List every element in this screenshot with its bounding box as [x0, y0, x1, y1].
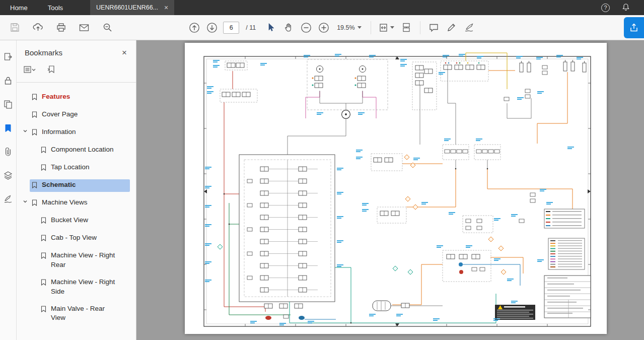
bookmark-body[interactable]: Main Valve - Rear View — [39, 303, 130, 325]
chevron-spacer — [30, 303, 39, 305]
chevron-spacer — [30, 215, 39, 217]
page-down-icon[interactable] — [205, 21, 219, 34]
zoom-level-dropdown[interactable]: 19.5% — [335, 24, 363, 31]
bookmarks-panel: Bookmarks × FeaturesCover PageInformatio… — [17, 40, 136, 340]
document-tab-title: UENR6601UENR66... — [96, 4, 158, 11]
bookmark-item-machine-view-right-rear[interactable]: Machine View - Right Rear — [17, 247, 133, 274]
bookmark-label: Cab - Top View — [51, 233, 97, 243]
chevron-spacer — [30, 144, 39, 146]
bookmark-body[interactable]: Machine Views — [30, 197, 130, 210]
chevron-spacer — [30, 232, 39, 234]
bookmark-item-cover-page[interactable]: Cover Page — [17, 106, 133, 124]
hand-tool-icon[interactable] — [282, 21, 295, 34]
bookmarks-list: FeaturesCover PageInformationComponent L… — [17, 83, 136, 340]
bookmark-label: Machine Views — [42, 198, 88, 208]
bookmark-item-cab-top-view[interactable]: Cab - Top View — [17, 230, 133, 247]
bookmark-label: Bucket View — [51, 216, 88, 225]
bookmarks-panel-icon[interactable] — [4, 123, 13, 132]
zoom-level-label: 19.5% — [337, 24, 354, 31]
tab-close-icon[interactable]: × — [164, 4, 168, 11]
print-icon[interactable] — [54, 21, 67, 34]
page-up-icon[interactable] — [188, 21, 201, 34]
attachments-icon[interactable] — [4, 147, 13, 156]
bookmark-item-component-location[interactable]: Component Location — [17, 142, 133, 159]
bookmark-item-features[interactable]: Features — [17, 89, 133, 106]
bookmark-icon — [32, 198, 38, 208]
bookmark-body[interactable]: Cover Page — [30, 109, 130, 121]
menu-home[interactable]: Home — [0, 0, 38, 15]
scroll-mode-icon[interactable] — [400, 21, 413, 34]
bookmark-body[interactable]: Machine View - Right Rear — [39, 250, 130, 271]
save-icon[interactable] — [8, 21, 21, 34]
bookmark-icon — [41, 145, 47, 155]
signatures-icon[interactable] — [4, 194, 13, 203]
chevron-spacer — [21, 91, 30, 93]
panel-close-icon[interactable]: × — [122, 48, 127, 57]
titlebar: Home Tools UENR6601UENR66... × ? — [0, 0, 644, 15]
bookmark-item-information[interactable]: Information — [17, 124, 133, 142]
bookmark-body[interactable]: Information — [30, 126, 130, 139]
bookmark-item-machine-view-right-side[interactable]: Machine View - Right Side — [17, 274, 133, 301]
bookmark-icon — [41, 278, 47, 288]
layers-icon[interactable] — [4, 171, 13, 180]
organize-pages-icon[interactable] — [4, 100, 13, 109]
bookmark-body[interactable]: Features — [30, 91, 130, 104]
notifications-icon[interactable] — [622, 3, 630, 13]
page-number-input[interactable] — [223, 22, 239, 34]
bookmark-icon — [41, 304, 47, 314]
cloud-upload-icon[interactable] — [31, 21, 44, 34]
bookmark-label: Tap Location — [51, 163, 90, 172]
bookmark-body[interactable]: Machine View - Right Side — [39, 277, 130, 298]
toolbar: / 11 19.5% — [0, 15, 644, 40]
chevron-spacer — [30, 162, 39, 164]
bookmark-icon — [32, 180, 38, 190]
bookmark-label: Cover Page — [42, 110, 78, 119]
comment-icon[interactable] — [427, 21, 441, 34]
bookmark-body[interactable]: Tap Location — [39, 162, 130, 174]
bookmark-icon — [32, 92, 38, 102]
zoom-out-icon[interactable] — [300, 21, 313, 34]
menu-tools[interactable]: Tools — [38, 0, 73, 15]
chevron-down-icon[interactable] — [21, 126, 30, 133]
bookmark-body[interactable]: Bucket View — [39, 215, 130, 227]
bookmark-body[interactable]: Cab - Top View — [39, 232, 130, 245]
bookmark-item-tap-location[interactable]: Tap Location — [17, 159, 133, 177]
bookmark-icon — [41, 216, 47, 226]
select-tool-icon[interactable] — [264, 21, 277, 34]
bookmark-body[interactable]: Schematic — [30, 179, 130, 192]
bookmark-label: Schematic — [42, 180, 76, 190]
bookmark-label: Component Location — [51, 145, 114, 155]
bookmark-body[interactable]: Component Location — [39, 144, 130, 157]
pdf-reader-window: Home Tools UENR6601UENR66... × ? — [0, 0, 644, 340]
email-icon[interactable] — [78, 21, 91, 34]
bookmark-icon — [32, 110, 38, 120]
fit-width-icon[interactable] — [378, 21, 395, 34]
bookmark-label: Features — [42, 92, 70, 102]
chevron-down-icon[interactable] — [21, 197, 30, 204]
fill-sign-icon[interactable] — [463, 21, 476, 34]
chevron-spacer — [21, 109, 30, 111]
bookmark-label: Main Valve - Rear View — [51, 304, 115, 323]
export-tools-icon[interactable] — [4, 52, 13, 61]
bookmark-item-machine-views[interactable]: Machine Views — [17, 194, 133, 212]
help-icon[interactable]: ? — [601, 4, 610, 12]
bookmark-label: Machine View - Right Rear — [51, 251, 115, 270]
pdf-page — [185, 43, 607, 334]
bookmark-icon — [41, 251, 47, 261]
expand-bookmark-icon[interactable] — [47, 65, 56, 76]
bookmark-item-main-valve-rear-view[interactable]: Main Valve - Rear View — [17, 301, 133, 327]
highlight-icon[interactable] — [445, 21, 458, 34]
bookmark-icon — [41, 233, 47, 243]
bookmark-item-bucket-view[interactable]: Bucket View — [17, 212, 133, 230]
bookmark-item-schematic[interactable]: Schematic — [17, 177, 133, 194]
document-tab[interactable]: UENR6601UENR66... × — [90, 0, 174, 15]
zoom-search-icon[interactable] — [101, 21, 114, 34]
panel-options-icon[interactable] — [24, 65, 36, 76]
protect-lock-icon[interactable] — [4, 76, 13, 85]
schematic-drawing — [185, 43, 607, 334]
fit-width-caret-icon — [390, 26, 394, 29]
zoom-in-icon[interactable] — [317, 21, 330, 34]
share-button[interactable] — [624, 17, 644, 38]
page-total-label: / 11 — [246, 24, 256, 31]
bookmark-icon — [41, 163, 47, 173]
